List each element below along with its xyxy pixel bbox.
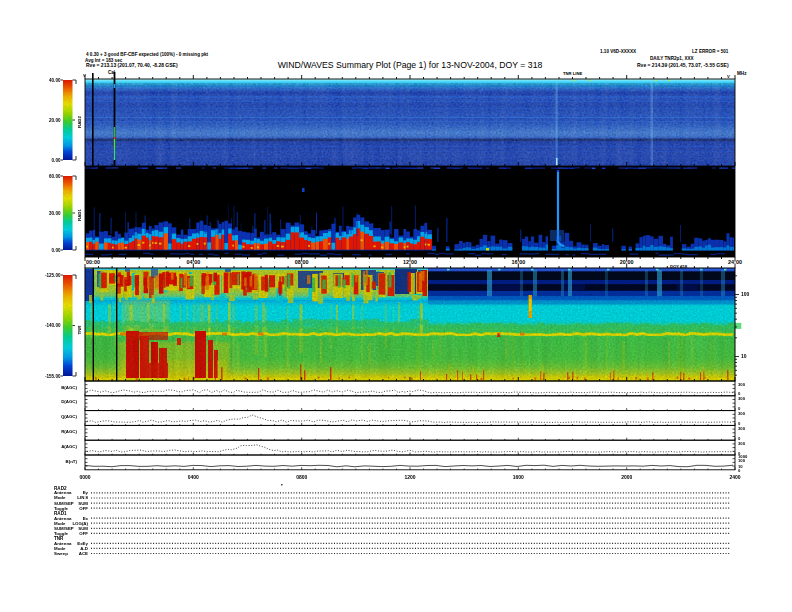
svg-text:TNR: TNR bbox=[77, 325, 82, 335]
svg-text:24:00: 24:00 bbox=[728, 259, 742, 265]
svg-text:Sweep: Sweep bbox=[54, 551, 68, 556]
svg-text:300: 300 bbox=[738, 396, 746, 401]
svg-text:Rve = 213.13 (201.07, 70.40, -: Rve = 213.13 (201.07, 70.40, -8.28 GSE) bbox=[86, 62, 178, 68]
svg-text:-140.00: -140.00 bbox=[45, 323, 61, 328]
svg-text:D(AGC): D(AGC) bbox=[61, 399, 77, 404]
svg-text:100: 100 bbox=[738, 458, 746, 463]
svg-text:V: V bbox=[727, 74, 730, 79]
svg-text:40.00: 40.00 bbox=[49, 78, 61, 83]
svg-text:B(nT): B(nT) bbox=[66, 459, 78, 464]
svg-text:Q(AGC): Q(AGC) bbox=[61, 414, 78, 419]
svg-text:04:00: 04:00 bbox=[186, 259, 200, 265]
svg-text:0.00: 0.00 bbox=[52, 158, 61, 163]
svg-text:1.10 V6D-XXXXX: 1.10 V6D-XXXXX bbox=[600, 49, 637, 54]
svg-text:300: 300 bbox=[738, 382, 746, 387]
svg-text:300: 300 bbox=[738, 426, 746, 431]
svg-text:WIND/WAVES Summary Plot (Page: WIND/WAVES Summary Plot (Page 1) for 13-… bbox=[278, 60, 543, 70]
svg-text:08:00: 08:00 bbox=[295, 259, 309, 265]
svg-text:00:00: 00:00 bbox=[86, 259, 100, 265]
svg-text:V: V bbox=[83, 73, 86, 78]
svg-text:OFF: OFF bbox=[79, 531, 88, 536]
svg-text:2000: 2000 bbox=[621, 474, 632, 480]
svg-text:0.00: 0.00 bbox=[52, 248, 61, 253]
svg-text:ACE: ACE bbox=[79, 551, 88, 556]
svg-text:-125.00: -125.00 bbox=[45, 273, 61, 278]
svg-text:MHz: MHz bbox=[737, 71, 747, 76]
svg-text:DAILY TNR2p1, XXX: DAILY TNR2p1, XXX bbox=[650, 56, 695, 61]
svg-text:30.00: 30.00 bbox=[49, 211, 61, 216]
svg-text:Rve = 214.39 (201.45, 73.07, -: Rve = 214.39 (201.45, 73.07, -5.55 GSE) bbox=[637, 62, 729, 68]
svg-text:RAD1: RAD1 bbox=[77, 208, 82, 221]
svg-text:LZ ERROR = 501: LZ ERROR = 501 bbox=[692, 49, 729, 54]
svg-text:2400: 2400 bbox=[729, 474, 740, 480]
svg-text:-155.00: -155.00 bbox=[45, 374, 61, 379]
svg-text:TNR LINE: TNR LINE bbox=[563, 71, 583, 76]
svg-text:16:00: 16:00 bbox=[511, 259, 525, 265]
svg-text:A(AGC): A(AGC) bbox=[61, 444, 77, 449]
svg-text:300: 300 bbox=[738, 411, 746, 416]
svg-text:1600: 1600 bbox=[513, 474, 524, 480]
svg-text:20:00: 20:00 bbox=[620, 259, 634, 265]
svg-text:B(AGC): B(AGC) bbox=[61, 385, 77, 390]
svg-text:4 0.30 + 3 good BF-CBF expecte: 4 0.30 + 3 good BF-CBF expected (100%) -… bbox=[86, 52, 209, 57]
svg-text:12:00: 12:00 bbox=[403, 259, 417, 265]
svg-text:100: 100 bbox=[741, 291, 750, 297]
svg-text:0400: 0400 bbox=[188, 474, 199, 480]
svg-text:R(AGC): R(AGC) bbox=[61, 429, 77, 434]
svg-text:RAD2: RAD2 bbox=[77, 115, 82, 128]
svg-text:20.00: 20.00 bbox=[49, 118, 61, 123]
svg-text:300: 300 bbox=[738, 441, 746, 446]
svg-text:60.00: 60.00 bbox=[49, 174, 61, 179]
svg-text:10: 10 bbox=[741, 353, 747, 359]
svg-text:0000: 0000 bbox=[79, 474, 90, 480]
svg-text:1200: 1200 bbox=[404, 474, 415, 480]
svg-text:0800: 0800 bbox=[296, 474, 307, 480]
svg-text:OFF: OFF bbox=[79, 506, 88, 511]
